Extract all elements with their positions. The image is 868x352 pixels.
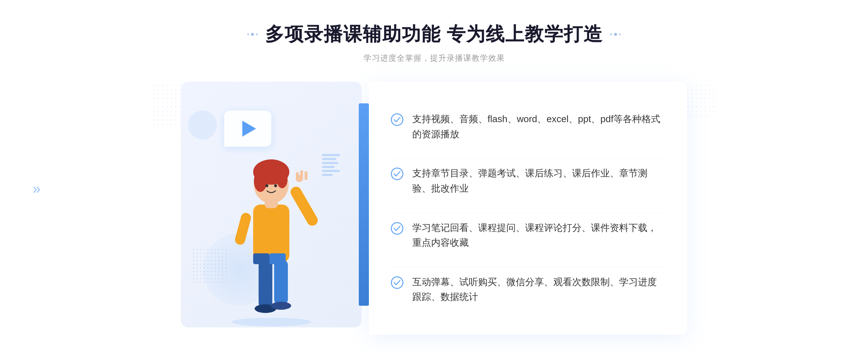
decorator-right [610,33,621,36]
svg-point-22 [391,168,403,180]
svg-rect-1 [259,259,272,309]
page-subtitle: 学习进度全掌握，提升录播课教学效果 [0,53,868,64]
svg-rect-2 [274,259,288,306]
svg-point-11 [254,170,267,192]
feature-text-2: 支持章节目录、弹题考试、课后练习、课后作业、章节测验、批改作业 [412,166,665,196]
feature-item-2: 支持章节目录、弹题考试、课后练习、课后作业、章节测验、批改作业 [391,158,665,203]
svg-point-21 [391,114,403,125]
svg-point-13 [265,184,268,187]
svg-point-4 [271,302,291,310]
decorator-left [247,33,258,36]
page-title: 多项录播课辅助功能 专为线上教学打造 [265,22,603,47]
features-panel: 支持视频、音频、flash、word、excel、ppt、pdf等各种格式的资源… [369,82,687,335]
check-icon-2 [391,167,404,180]
svg-rect-18 [296,172,299,181]
feature-item-3: 学习笔记回看、课程提问、课程评论打分、课件资料下载，重点内容收藏 [391,213,665,258]
illustration-wrapper [181,82,369,335]
svg-rect-15 [253,253,269,264]
header-decorators: 多项录播课辅助功能 专为线上教学打造 [0,22,868,47]
svg-rect-19 [300,170,303,180]
person-illustration [210,125,333,327]
feature-item-1: 支持视频、音频、flash、word、excel、ppt、pdf等各种格式的资源… [391,104,665,149]
main-content: 支持视频、音频、flash、word、excel、ppt、pdf等各种格式的资源… [181,82,687,335]
feature-item-4: 互动弹幕、试听购买、微信分享、观看次数限制、学习进度跟踪、数据统计 [391,267,665,312]
page-container: » 多项录播课辅助功能 专为线上教学打造 学习进度全掌握，提升录播课教学效果 [0,0,868,352]
svg-rect-20 [305,171,307,180]
illustration-background [181,82,362,327]
svg-point-23 [391,223,403,234]
svg-point-14 [274,184,277,187]
svg-rect-6 [289,185,320,228]
svg-point-0 [231,318,311,326]
feature-text-3: 学习笔记回看、课程提问、课程评论打分、课件资料下载，重点内容收藏 [412,220,665,250]
check-icon-3 [391,222,404,235]
svg-point-24 [391,277,403,288]
page-header: 多项录播课辅助功能 专为线上教学打造 学习进度全掌握，提升录播课教学效果 [0,22,868,64]
chevron-decoration: » [33,181,41,197]
svg-rect-16 [269,253,286,264]
feature-text-4: 互动弹幕、试听购买、微信分享、观看次数限制、学习进度跟踪、数据统计 [412,275,665,305]
check-icon-1 [391,113,404,126]
check-icon-4 [391,276,404,289]
blue-accent-bar [359,103,369,306]
svg-point-12 [277,170,288,188]
feature-text-1: 支持视频、音频、flash、word、excel、ppt、pdf等各种格式的资源… [412,112,665,142]
svg-rect-7 [234,212,252,246]
